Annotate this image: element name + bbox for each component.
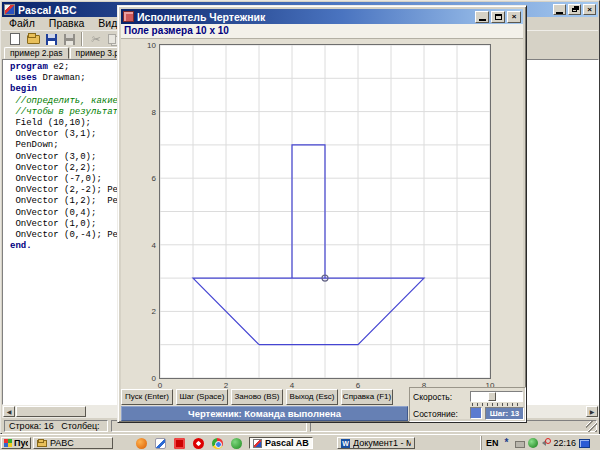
slider-thumb[interactable] [488,392,496,401]
system-tray: EN * 22:16 [481,436,600,450]
minimize-button[interactable] [553,4,566,15]
opera-icon[interactable] [193,438,204,449]
notes-icon[interactable] [155,438,166,449]
field-caption: Поле размера 10 x 10 [121,24,523,39]
y-tick-label: 4 [130,241,156,250]
start-button[interactable]: Пуск [1,437,31,449]
open-folder-icon[interactable] [24,31,42,47]
drawer-status-message: Чертежник: Команда выполнена [121,406,408,421]
taskbar: Пуск PABC Pascal ABC W Документ1 - Micro… [0,434,600,450]
restore-button[interactable] [568,4,581,15]
green-dot-icon[interactable] [528,438,538,448]
run-button[interactable]: Пуск (Enter) [121,389,173,405]
new-file-icon[interactable] [6,31,24,47]
speed-slider[interactable] [470,391,523,402]
task-word-label: Документ1 - Microsoft ... [353,438,411,448]
word-icon: W [341,439,350,448]
scroll-right-icon[interactable]: ▶ [586,406,598,417]
status-line: Строка: 16 [9,421,54,431]
restart-button[interactable]: Заново (BS) [231,389,283,405]
clock: 22:16 [554,438,577,448]
step-counter: Шаг: 13 [485,407,524,420]
help-button[interactable]: Справка (F1) [341,389,393,405]
orange-ball-icon[interactable] [136,438,147,449]
close-button[interactable]: × [583,4,596,15]
windows-flag-icon [4,439,12,447]
drawer-icon [123,11,134,22]
start-label: Пуск [14,438,28,448]
scroll-left-icon[interactable]: ◀ [3,406,15,417]
save-all-icon[interactable] [60,31,78,47]
pascal-abc-icon [4,4,15,15]
task-word-document[interactable]: W Документ1 - Microsoft ... [337,437,415,449]
drawer-client-area: 02468100246810 Пуск (Enter) Шаг (Space) … [121,39,523,419]
scrollbar-thumb[interactable] [16,406,86,417]
save-icon[interactable] [42,31,60,47]
task-pascal-abc-label: Pascal ABC [265,438,309,448]
drawer-window: Исполнитель Чертежник × Поле размера 10 … [117,5,527,423]
printer-icon[interactable] [515,441,525,448]
speed-label: Скорость: [413,392,452,402]
slider-ticks [472,403,521,406]
language-indicator[interactable]: EN [486,438,499,448]
drawer-close-button[interactable]: × [507,11,521,23]
network-icon[interactable] [579,439,590,448]
drawer-minimize-button[interactable] [475,11,489,23]
pabc-folder-button[interactable]: PABC [33,437,113,449]
cut-icon[interactable]: ✂ [86,31,104,47]
y-tick-label: 6 [130,174,156,183]
menu-edit[interactable]: Правка [42,17,91,30]
step-button[interactable]: Шаг (Space) [176,389,228,405]
exit-button[interactable]: Выход (Esc) [286,389,338,405]
y-tick-label: 0 [130,374,156,383]
plot-area [159,44,491,379]
speed-state-group: Скорость: Состояние: Шаг: 13 [409,387,526,422]
drawer-titlebar[interactable]: Исполнитель Чертежник × [121,9,523,24]
pabc-folder-label: PABC [50,438,74,448]
pascal-abc-icon [253,439,262,448]
main-window-title: Pascal ABC [18,4,77,16]
tab-primer2[interactable]: пример 2.pas [4,47,69,59]
y-tick-label: 10 [130,41,156,50]
chrome-icon[interactable] [212,438,223,449]
green-ball-icon[interactable] [231,438,242,449]
state-color-box [470,407,482,419]
menu-file[interactable]: Файл [2,17,42,30]
pdf-icon[interactable] [174,438,185,449]
state-label: Состояние: [413,409,458,419]
status-position-panel: Строка: 16 Столбец: 25 [4,420,108,432]
drawer-window-title: Исполнитель Чертежник [137,11,265,23]
asterisk-icon[interactable]: * [502,438,512,448]
drawer-maximize-button[interactable] [491,11,505,23]
resize-grip[interactable] [586,421,597,432]
y-tick-label: 8 [130,108,156,117]
volume-muted-icon[interactable] [541,438,551,448]
toolbar-separator [81,32,83,46]
y-tick-label: 2 [130,307,156,316]
folder-icon [37,440,47,447]
task-pascal-abc[interactable]: Pascal ABC [249,437,313,449]
